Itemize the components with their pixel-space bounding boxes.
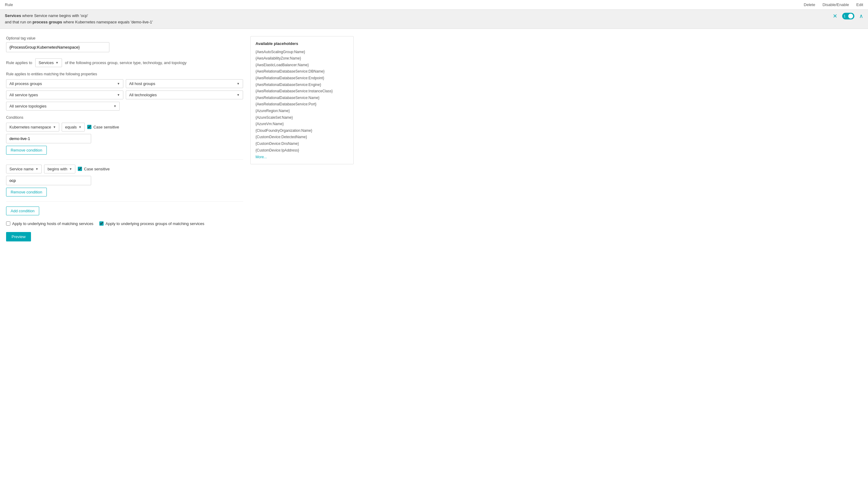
hg-chevron: ▼ [237, 82, 240, 85]
condition-2-value-row [6, 176, 243, 185]
topologies-select[interactable]: All service topologies ▼ [6, 102, 120, 110]
rule-controls: ✕ 1 ∧ [833, 13, 863, 20]
apply-process-groups-label: Apply to underlying process groups of ma… [105, 221, 204, 226]
filter-grid-1: All process groups ▼ All host groups ▼ [6, 79, 243, 88]
optional-tag-input[interactable] [6, 42, 110, 52]
condition-2-value-input[interactable] [6, 176, 91, 185]
entity-select-chevron: ▼ [56, 61, 59, 64]
delete-action[interactable]: Delete [804, 2, 815, 7]
rule-bold-2: process groups [32, 20, 62, 24]
condition-1-value-row [6, 134, 243, 144]
rule-entity-type: Services [5, 13, 21, 18]
placeholder-item: {AwsRelationalDatabaseService:Engine} [255, 82, 348, 88]
edit-action[interactable]: Edit [857, 2, 863, 7]
condition-1-row: Kubernetes namespace ▼ equals ▼ Case sen… [6, 123, 243, 131]
placeholder-item: {AzureRegion:Name} [255, 108, 348, 115]
st-chevron: ▼ [117, 93, 120, 97]
placeholder-item: {CustomDevice:IpAddress} [255, 147, 348, 154]
condition-1-cs-checkbox[interactable] [87, 125, 91, 129]
enable-toggle[interactable]: 1 [842, 13, 854, 20]
filter-grid-2: All service types ▼ All technologies ▼ [6, 91, 243, 99]
c1-key-chevron: ▼ [53, 125, 56, 129]
more-link[interactable]: More... [255, 155, 267, 159]
placeholders-list: {AwsAutoScalingGroup:Name}{AwsAvailabili… [255, 49, 348, 154]
condition-2-cs-label: Case sensitive [84, 167, 110, 171]
topologies-value: All service topologies [9, 104, 46, 108]
condition-1-cs-label: Case sensitive [93, 125, 119, 129]
condition-1-operator-select[interactable]: equals ▼ [62, 123, 85, 131]
rule-entity-select[interactable]: Services ▼ [35, 58, 62, 67]
placeholder-item: {CloudFoundryOrganization:Name} [255, 128, 348, 134]
optional-tag-label: Optional tag value [6, 36, 243, 40]
host-groups-select[interactable]: All host groups ▼ [126, 79, 243, 88]
top-bar-actions: Delete Disable/Enable Edit [804, 2, 863, 7]
rule-text-2: and that run on [5, 20, 32, 24]
condition-2-case-sensitive[interactable]: Case sensitive [78, 167, 110, 171]
technologies-select[interactable]: All technologies ▼ [126, 91, 243, 99]
condition-2-operator: begins with [48, 167, 67, 171]
condition-2-operator-select[interactable]: begins with ▼ [44, 165, 75, 173]
condition-2-block: Service name ▼ begins with ▼ Case sensit… [6, 165, 243, 202]
c2-key-chevron: ▼ [35, 167, 38, 171]
condition-1-key: Kubernetes namespace [9, 125, 51, 129]
form-section: Optional tag value Rule applies to Servi… [6, 36, 243, 475]
placeholders-box: Available placeholders {AwsAutoScalingGr… [250, 36, 354, 165]
top-bar: Rule Delete Disable/Enable Edit [0, 0, 868, 10]
rule-banner: Services where Service name begins with … [0, 10, 868, 29]
rule-applies-label: Rule applies to [6, 60, 32, 65]
expand-button[interactable]: ∧ [859, 13, 863, 20]
topo-chevron: ▼ [113, 104, 116, 108]
condition-1-value-input[interactable] [6, 134, 91, 144]
placeholder-item: {AwsRelationalDatabaseService:Port} [255, 101, 348, 108]
condition-1-case-sensitive[interactable]: Case sensitive [87, 125, 119, 129]
entities-label: Rule applies to entities matching the fo… [6, 72, 243, 76]
preview-button[interactable]: Preview [6, 232, 31, 242]
apply-hosts-checkbox-wrap[interactable]: Apply to underlying hosts of matching se… [6, 221, 93, 226]
rule-entity-value: Services [39, 60, 54, 65]
toggle-label: 1 [844, 14, 845, 18]
apply-hosts-label: Apply to underlying hosts of matching se… [12, 221, 93, 226]
condition-2-cs-checkbox[interactable] [78, 167, 82, 171]
condition-2-key-select[interactable]: Service name ▼ [6, 165, 42, 173]
service-types-select[interactable]: All service types ▼ [6, 91, 123, 99]
placeholder-item: {AwsAutoScalingGroup:Name} [255, 49, 348, 56]
condition-1-operator: equals [65, 125, 76, 129]
tech-chevron: ▼ [237, 93, 240, 97]
toggle-knob [848, 14, 853, 19]
service-types-value: All service types [9, 93, 38, 97]
rule-description: Services where Service name begins with … [5, 13, 153, 26]
apply-process-groups-checkbox[interactable] [99, 221, 103, 226]
process-groups-select[interactable]: All process groups ▼ [6, 79, 123, 88]
placeholder-item: {CustomDevice:DetectedName} [255, 134, 348, 140]
condition-1-key-select[interactable]: Kubernetes namespace ▼ [6, 123, 59, 131]
placeholder-item: {AzureVm:Name} [255, 121, 348, 128]
add-condition-button[interactable]: Add condition [6, 206, 39, 215]
pg-chevron: ▼ [117, 82, 120, 85]
condition-2-row: Service name ▼ begins with ▼ Case sensit… [6, 165, 243, 173]
rule-label: Rule [5, 2, 13, 7]
rule-applies-desc: of the following process group, service … [65, 60, 187, 65]
add-condition-wrap: Add condition [6, 206, 243, 215]
c1-op-chevron: ▼ [79, 125, 82, 129]
sidebar-section: Available placeholders {AwsAutoScalingGr… [250, 36, 354, 475]
c2-op-chevron: ▼ [69, 167, 72, 171]
remove-condition-1-button[interactable]: Remove condition [6, 146, 47, 155]
apply-process-groups-checkbox-wrap[interactable]: Apply to underlying process groups of ma… [99, 221, 204, 226]
remove-condition-2-button[interactable]: Remove condition [6, 188, 47, 196]
placeholder-item: {AwsAvailabilityZone:Name} [255, 55, 348, 62]
rule-applies-row: Rule applies to Services ▼ of the follow… [6, 58, 243, 67]
technologies-value: All technologies [129, 93, 157, 97]
placeholder-item: {AwsRelationalDatabaseService:Name} [255, 95, 348, 101]
rule-text-3: where Kubernetes namespace equals 'demo-… [62, 20, 153, 24]
conditions-label: Conditions [6, 116, 243, 120]
disable-enable-action[interactable]: Disable/Enable [823, 2, 849, 7]
main-content: Optional tag value Rule applies to Servi… [0, 29, 868, 478]
filter-grid-3: All service topologies ▼ [6, 102, 243, 110]
condition-2-key: Service name [9, 167, 33, 171]
close-button[interactable]: ✕ [833, 13, 837, 20]
condition-1-block: Kubernetes namespace ▼ equals ▼ Case sen… [6, 123, 243, 160]
placeholder-item: {AwsRelationalDatabaseService:InstanceCl… [255, 88, 348, 95]
apply-hosts-checkbox[interactable] [6, 221, 10, 226]
placeholder-item: {AzureScaleSet:Name} [255, 115, 348, 121]
placeholder-item: {AwsElasticLoadBalancer:Name} [255, 62, 348, 69]
